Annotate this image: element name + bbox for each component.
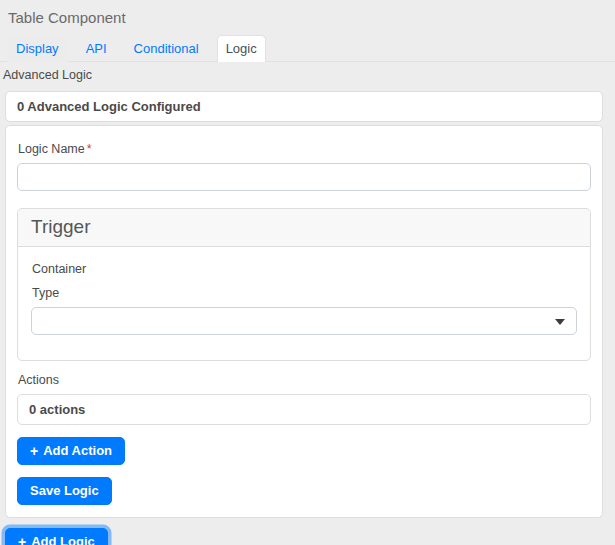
tab-bar: Display API Conditional Logic (0, 35, 615, 62)
trigger-panel-header[interactable]: Trigger (18, 209, 590, 247)
advanced-logic-summary[interactable]: 0 Advanced Logic Configured (5, 91, 603, 122)
trigger-panel: Trigger Container Type (17, 208, 591, 361)
add-logic-button-label: Add Logic (31, 535, 95, 545)
plus-icon: + (18, 535, 26, 545)
tab-logic[interactable]: Logic (217, 35, 266, 62)
edit-component-dialog: Table Component Display API Conditional … (0, 0, 615, 545)
actions-summary[interactable]: 0 actions (17, 394, 591, 425)
tab-display[interactable]: Display (7, 35, 68, 62)
trigger-container-label: Container (32, 262, 577, 276)
add-action-button-label: Add Action (43, 444, 112, 458)
trigger-type-label: Type (32, 286, 577, 300)
save-logic-button-label: Save Logic (30, 484, 99, 498)
required-asterisk: * (87, 142, 92, 156)
logic-name-input[interactable] (17, 163, 591, 191)
logic-edit-row: Logic Name* Trigger Container Type Actio… (5, 125, 603, 518)
trigger-type-select[interactable] (31, 307, 577, 335)
plus-icon: + (30, 444, 38, 458)
caret-down-icon (555, 319, 565, 325)
actions-label: Actions (18, 373, 591, 387)
add-logic-button[interactable]: + Add Logic (5, 528, 108, 545)
advanced-logic-label: Advanced Logic (3, 68, 603, 82)
trigger-panel-body: Container Type (18, 247, 590, 360)
logic-name-label: Logic Name* (18, 142, 591, 156)
page-title: Table Component (0, 0, 615, 26)
save-logic-button[interactable]: Save Logic (17, 477, 112, 505)
logic-tab-content: Advanced Logic 0 Advanced Logic Configur… (5, 68, 603, 518)
tab-api[interactable]: API (77, 35, 116, 62)
tab-conditional[interactable]: Conditional (125, 35, 208, 62)
add-action-button[interactable]: + Add Action (17, 437, 125, 465)
